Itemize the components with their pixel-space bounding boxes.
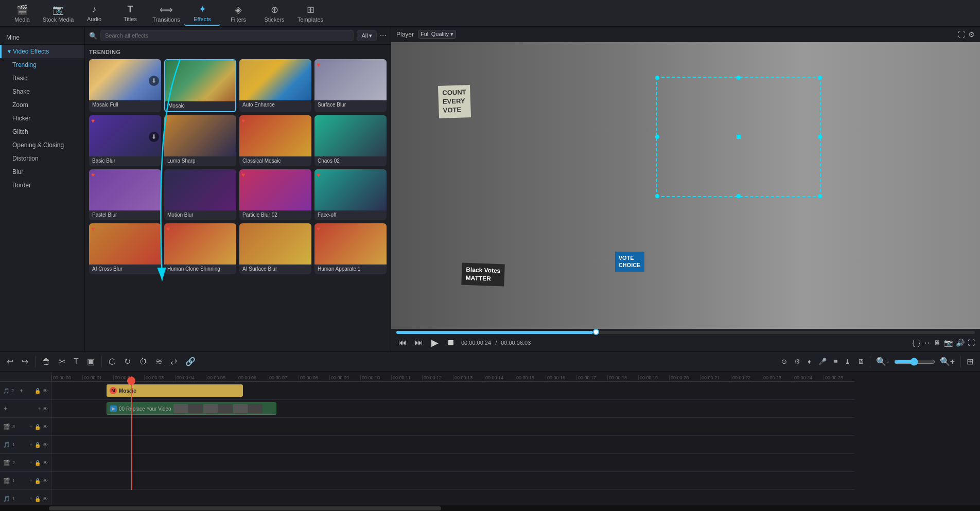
undo-button[interactable]: ↩: [4, 355, 16, 368]
mark-out-button[interactable]: }: [918, 339, 920, 347]
sidebar-video-effects[interactable]: ▾ Video Effects: [0, 45, 84, 58]
effect-card-16[interactable]: ♥Human Apparate 1: [314, 223, 387, 274]
add-track-video3[interactable]: +: [29, 424, 32, 430]
effect-card-5[interactable]: ♥⬇Basic Blur: [89, 115, 161, 166]
filter-button[interactable]: All ▾: [357, 30, 376, 41]
eye-audio1-icon[interactable]: 👁: [43, 496, 48, 502]
quality-select[interactable]: Full Quality ▾: [418, 30, 456, 39]
crop-button[interactable]: 🖥: [934, 339, 941, 347]
mark-in-button[interactable]: {: [913, 339, 915, 347]
add-track-video2[interactable]: +: [29, 460, 32, 466]
lock-audio2-icon[interactable]: 🔒: [34, 388, 41, 394]
handle-center[interactable]: [737, 135, 741, 139]
clip-mosaic[interactable]: M Mosaic: [107, 384, 243, 397]
step-back-button[interactable]: ⏮: [396, 337, 409, 348]
eye-v3fx-icon[interactable]: 👁: [43, 406, 48, 412]
playhead-marker[interactable]: [127, 377, 135, 385]
tl-setting2[interactable]: ⚙: [792, 356, 803, 367]
link-button[interactable]: 🔗: [183, 355, 198, 368]
add-track-a1b[interactable]: +: [29, 442, 32, 448]
tl-setting4[interactable]: 🎤: [816, 356, 829, 367]
eye-video3-icon[interactable]: 👁: [43, 424, 48, 430]
cut-button[interactable]: ✂: [56, 355, 68, 368]
player-progress-bar[interactable]: [396, 331, 975, 334]
eye-audio2-icon[interactable]: 👁: [43, 388, 48, 394]
tl-setting3[interactable]: ♦: [805, 356, 814, 367]
toolbar-filters[interactable]: ◈ Filters: [220, 1, 256, 26]
toolbar-templates[interactable]: ⊞ Templates: [292, 1, 328, 26]
sidebar-item-trending[interactable]: Trending: [0, 58, 84, 72]
eye-video1-icon[interactable]: 👁: [43, 478, 48, 484]
effect-card-14[interactable]: ♥Human Clone Shinning: [164, 223, 236, 274]
eye-a1b-icon[interactable]: 👁: [43, 442, 48, 448]
sidebar-item-opening-closing[interactable]: Opening & Closing: [0, 138, 84, 152]
add-track-audio2[interactable]: +: [17, 386, 25, 395]
add-track-audio1[interactable]: +: [29, 496, 32, 502]
tl-setting1[interactable]: ⊙: [779, 356, 790, 367]
player-settings-button[interactable]: ⚙: [968, 30, 975, 39]
effect-card-9[interactable]: ♥Pastel Blur: [89, 169, 161, 220]
effect-card-4[interactable]: ♥Surface Blur: [314, 59, 387, 112]
add-track-v3fx[interactable]: +: [38, 406, 41, 412]
sidebar-item-shake[interactable]: Shake: [0, 85, 84, 98]
more-tracks-button[interactable]: ⊞: [964, 355, 976, 368]
effect-card-12[interactable]: ♥Face-off: [314, 169, 387, 220]
full-screen-button[interactable]: ⛶: [968, 339, 975, 347]
rotate-button[interactable]: ↻: [121, 355, 133, 368]
sidebar-item-flicker[interactable]: Flicker: [0, 112, 84, 125]
timeline-content[interactable]: 00:00:0000:00:0100:00:0200:00:0300:00:04…: [51, 372, 980, 505]
stop-button[interactable]: ⏹: [445, 337, 457, 348]
zoom-out-button[interactable]: 🔍-: [873, 355, 891, 368]
tl-setting6[interactable]: ⤓: [842, 356, 853, 367]
progress-thumb[interactable]: [593, 329, 599, 335]
toolbar-stock-media[interactable]: 📷 Stock Media: [40, 1, 76, 26]
scrollbar-thumb[interactable]: [49, 506, 441, 510]
sidebar-item-distortion[interactable]: Distortion: [0, 152, 84, 165]
toolbar-effects[interactable]: ✦ Effects: [184, 1, 220, 26]
add-track-video1[interactable]: +: [29, 478, 32, 484]
play-button[interactable]: ▶: [429, 336, 441, 349]
effect-card-15[interactable]: AI Surface Blur: [239, 223, 311, 274]
frame-back-button[interactable]: ⏭: [413, 337, 425, 348]
delete-button[interactable]: 🗑: [40, 356, 53, 368]
sidebar-item-zoom[interactable]: Zoom: [0, 98, 84, 112]
effect-card-2[interactable]: Mosaic: [164, 59, 236, 112]
sidebar-item-basic[interactable]: Basic: [0, 72, 84, 85]
text-button[interactable]: T: [71, 356, 81, 368]
transform-button[interactable]: ⇄: [168, 355, 180, 368]
fullscreen-button[interactable]: ⛶: [958, 30, 965, 39]
tl-setting5[interactable]: ≡: [831, 356, 841, 367]
eye-video2-icon[interactable]: 👁: [43, 460, 48, 466]
effect-card-8[interactable]: Chaos 02: [314, 115, 387, 166]
search-input[interactable]: [100, 30, 354, 41]
toolbar-audio[interactable]: ♪ Audio: [76, 1, 112, 26]
sidebar-item-glitch[interactable]: Glitch: [0, 125, 84, 138]
effect-card-11[interactable]: ♥Particle Blur 02: [239, 169, 311, 220]
trim-button[interactable]: ↔: [923, 339, 931, 347]
lock-a1b-icon[interactable]: 🔒: [34, 442, 41, 448]
lock-video1-icon[interactable]: 🔒: [34, 478, 41, 484]
download-icon-1[interactable]: ⬇: [149, 76, 159, 86]
effect-card-6[interactable]: Luma Sharp: [164, 115, 236, 166]
more-options-button[interactable]: ···: [380, 31, 387, 40]
bottom-scrollbar[interactable]: [0, 505, 980, 511]
toolbar-titles[interactable]: T Titles: [112, 1, 148, 26]
speed-button[interactable]: ⏱: [136, 356, 150, 368]
tl-setting7[interactable]: 🖥: [855, 356, 867, 367]
sidebar-mine[interactable]: Mine: [0, 31, 84, 45]
lock-video3-icon[interactable]: 🔒: [34, 424, 41, 430]
sidebar-item-border[interactable]: Border: [0, 179, 84, 192]
effect-card-10[interactable]: Motion Blur: [164, 169, 236, 220]
toolbar-transitions[interactable]: ⟺ Transitions: [148, 1, 184, 26]
effect-card-7[interactable]: ♥Classical Mosaic: [239, 115, 311, 166]
sidebar-item-blur[interactable]: Blur: [0, 165, 84, 179]
snapshot-button[interactable]: 📷: [944, 339, 953, 347]
volume-button[interactable]: 🔊: [956, 339, 965, 347]
effect-card-1[interactable]: ⬇Mosaic Full: [89, 59, 161, 112]
zoom-in-button[interactable]: 🔍+: [937, 355, 957, 368]
lock-audio1-icon[interactable]: 🔒: [34, 496, 41, 502]
toolbar-media[interactable]: 🎬 Media: [4, 1, 40, 26]
zoom-slider[interactable]: [894, 358, 935, 366]
download-icon-5[interactable]: ⬇: [149, 132, 159, 142]
lock-video2-icon[interactable]: 🔒: [34, 460, 41, 466]
